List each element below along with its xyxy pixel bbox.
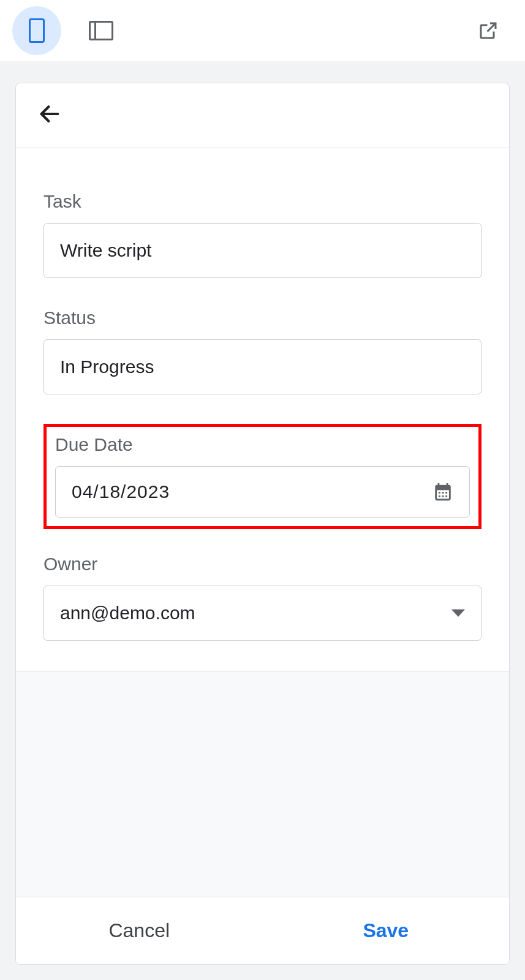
toolbar-left-group [12,6,126,55]
form-body: Task Write script Status In Progress Due… [16,148,509,671]
task-label: Task [43,191,482,212]
open-external-icon [477,20,499,42]
cancel-button[interactable]: Cancel [16,897,263,964]
owner-label: Owner [43,554,482,575]
open-external-button[interactable] [464,6,513,55]
tablet-view-button[interactable] [77,6,126,55]
status-field-group: Status In Progress [43,307,482,394]
chevron-down-icon [451,609,465,617]
preview-content-area: Task Write script Status In Progress Due… [0,61,525,980]
status-input[interactable]: In Progress [43,339,482,394]
task-input[interactable]: Write script [43,223,482,278]
form-header [16,83,509,148]
owner-field-group: Owner ann@demo.com [43,554,482,641]
calendar-icon[interactable] [432,481,453,502]
due-date-label: Due Date [55,434,470,455]
task-field-group: Task Write script [43,191,482,278]
due-date-input[interactable]: 04/18/2023 [55,466,470,518]
due-date-highlight: Due Date 04/18/2023 [43,424,482,529]
owner-select[interactable]: ann@demo.com [43,586,482,641]
owner-value: ann@demo.com [60,603,195,624]
mobile-view-button[interactable] [12,6,61,55]
preview-toolbar [0,0,525,61]
tablet-icon [89,21,113,40]
task-value: Write script [60,240,151,261]
back-button[interactable] [37,102,62,126]
status-value: In Progress [60,356,154,377]
save-button[interactable]: Save [263,897,510,964]
due-date-value: 04/18/2023 [72,481,170,502]
form-footer: Cancel Save [16,897,509,964]
form-spacer [16,671,509,897]
device-preview-frame: Task Write script Status In Progress Due… [15,83,510,965]
phone-icon [29,18,45,43]
status-label: Status [43,307,482,328]
